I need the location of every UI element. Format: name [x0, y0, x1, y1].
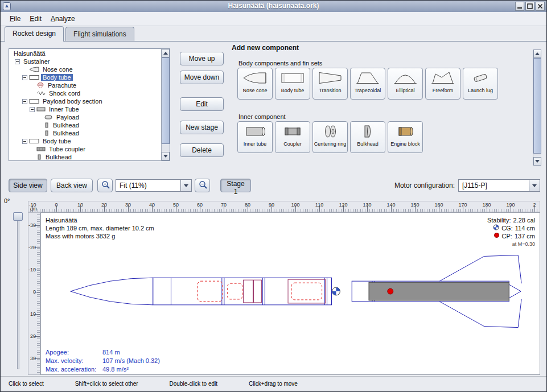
new-stage-button[interactable]: New stage	[180, 121, 224, 134]
tree-item-parachute[interactable]: Parachute	[10, 81, 161, 89]
tree-item-stage[interactable]: Sustainer	[10, 57, 161, 65]
add-launch-lug-button[interactable]: Launch lug	[463, 68, 498, 100]
tab-strip: Rocket design Flight simulations	[1, 26, 546, 42]
zoom-select[interactable]: Fit (11%)	[116, 179, 192, 192]
shock-cord-icon	[36, 90, 46, 96]
bulkhead-icon	[44, 130, 50, 136]
move-up-button[interactable]: Move up	[180, 52, 224, 65]
add-bulkhead-button[interactable]: Bulkhead	[350, 121, 385, 153]
maximize-button[interactable]	[525, 2, 534, 11]
cp-marker	[388, 288, 393, 294]
add-coupler-button[interactable]: Coupler	[275, 121, 310, 153]
minimize-button[interactable]	[515, 2, 524, 11]
stability-value: 2.28 cal	[513, 216, 535, 224]
move-down-button[interactable]: Move down	[180, 71, 224, 84]
freeform-fin-icon	[430, 71, 455, 87]
rotation-slider-handle[interactable]	[13, 212, 23, 221]
tree-collapse-icon[interactable]	[22, 75, 27, 80]
scrollbar-thumb[interactable]	[533, 58, 541, 154]
tree-collapse-icon[interactable]	[15, 59, 20, 64]
tree-item-tube-coupler[interactable]: Tube coupler	[10, 145, 161, 153]
tree-item-payload[interactable]: Payload	[10, 113, 161, 121]
motor-configuration-select[interactable]: [J115-P]	[458, 179, 540, 192]
parachute-shape	[198, 281, 223, 302]
payload-shape	[291, 283, 322, 300]
side-view-button[interactable]: Side view	[9, 179, 47, 192]
rotation-label: 0°	[4, 197, 10, 204]
tree-item-body-tube[interactable]: Body tube	[10, 73, 161, 81]
tree-collapse-icon[interactable]	[30, 107, 35, 112]
close-button[interactable]	[536, 2, 545, 11]
delete-button[interactable]: Delete	[180, 143, 224, 157]
scroll-up-icon[interactable]	[162, 49, 170, 57]
v-ruler-label: 10	[30, 311, 36, 317]
tree-item-payload-body-section[interactable]: Payload body section	[10, 97, 161, 105]
v-ruler-label: 30	[30, 356, 36, 361]
hint-click-drag: Click+drag to move	[249, 381, 298, 387]
cg-marker	[332, 287, 340, 295]
tab-rocket-design[interactable]: Rocket design	[5, 26, 64, 42]
scroll-down-icon[interactable]	[162, 152, 170, 160]
rocket-canvas[interactable]: Haisunäätä Length 189 cm, max. diameter …	[40, 212, 540, 375]
add-centering-ring-button[interactable]: Centering ring	[312, 121, 348, 153]
add-panel-scrollbar[interactable]	[533, 49, 541, 166]
h-ruler-label: 140	[386, 202, 395, 208]
chevron-down-icon[interactable]	[180, 180, 191, 191]
inner-components-label: Inner component	[238, 113, 286, 120]
tree-item-bulkhead[interactable]: Bulkhead	[10, 121, 161, 129]
add-component-title: Add new component	[232, 44, 299, 52]
flight-stats: Apogee:814 m Max. velocity:107 m/s (Mach…	[46, 348, 160, 374]
tree-item-rocket[interactable]: Haisunäätä	[10, 49, 161, 57]
nose-cone-icon	[242, 71, 268, 87]
tree-item-bulkhead[interactable]: Bulkhead	[10, 129, 161, 137]
tree-item-nose-cone[interactable]: Nose cone	[10, 65, 161, 73]
tree-item-shock-cord[interactable]: Shock cord	[10, 89, 161, 97]
body-tube-icon	[280, 71, 305, 87]
motor-configuration-label: Motor configuration:	[394, 181, 455, 189]
menu-analyze[interactable]: Analyze	[46, 13, 80, 24]
fin-lower-shape	[439, 299, 521, 328]
add-body-tube-button[interactable]: Body tube	[275, 68, 310, 100]
bulkhead-icon	[355, 124, 380, 141]
scroll-down-icon[interactable]	[533, 157, 541, 166]
scroll-up-icon[interactable]	[533, 49, 541, 58]
tab-flight-simulations[interactable]: Flight simulations	[65, 27, 134, 41]
add-nose-cone-button[interactable]: Nose cone	[237, 68, 273, 100]
mach-note: at M=0.30	[487, 240, 535, 248]
tree-item-body-tube-aft[interactable]: Body tube	[10, 137, 161, 145]
v-ruler-label: -10	[28, 267, 36, 273]
tree-collapse-icon[interactable]	[22, 99, 27, 104]
h-ruler-label: 180	[482, 202, 491, 208]
tail-cone-shape	[509, 284, 521, 298]
forward-body-tube-shape	[153, 278, 332, 305]
scrollbar-thumb[interactable]	[162, 57, 170, 144]
h-ruler-label: 0	[55, 202, 57, 208]
add-inner-tube-button[interactable]: Inner tube	[237, 121, 273, 153]
tree-collapse-icon[interactable]	[22, 139, 27, 144]
menu-edit[interactable]: Edit	[25, 13, 46, 24]
h-ruler-label: 150	[410, 202, 419, 208]
title-bar[interactable]: Haisunäätä (haisunaata.ork)	[1, 1, 546, 13]
cg-value: 114 cm	[515, 224, 535, 232]
zoom-in-button[interactable]	[97, 179, 113, 192]
tree-actions: Move up Move down Edit New stage Delete	[180, 52, 224, 157]
add-transition-button[interactable]: Transition	[312, 68, 348, 100]
add-trapezoidal-fin-button[interactable]: Trapezoidal	[350, 68, 385, 100]
edit-button[interactable]: Edit	[180, 97, 224, 111]
menu-file[interactable]: File	[5, 13, 25, 24]
add-freeform-fin-button[interactable]: Freeform	[425, 68, 460, 100]
stage-1-toggle[interactable]: Stage 1	[220, 179, 251, 192]
back-view-button[interactable]: Back view	[51, 179, 93, 192]
rotation-slider[interactable]	[17, 213, 19, 369]
chevron-down-icon[interactable]	[529, 180, 540, 191]
tree-scrollbar[interactable]	[161, 49, 170, 160]
tree-item-inner-tube[interactable]: Inner Tube	[10, 105, 161, 113]
body-tube-icon	[29, 98, 39, 104]
add-engine-block-button[interactable]: Engine block	[388, 121, 423, 153]
tree-item-bulkhead-aft[interactable]: Bulkhead	[10, 153, 161, 160]
zoom-out-button[interactable]	[195, 179, 210, 192]
add-elliptical-fin-button[interactable]: Elliptical	[388, 68, 423, 100]
h-ruler-label: 80	[245, 202, 250, 208]
shock-cord-shape	[228, 283, 242, 299]
v-ruler-label: 0	[33, 289, 36, 295]
